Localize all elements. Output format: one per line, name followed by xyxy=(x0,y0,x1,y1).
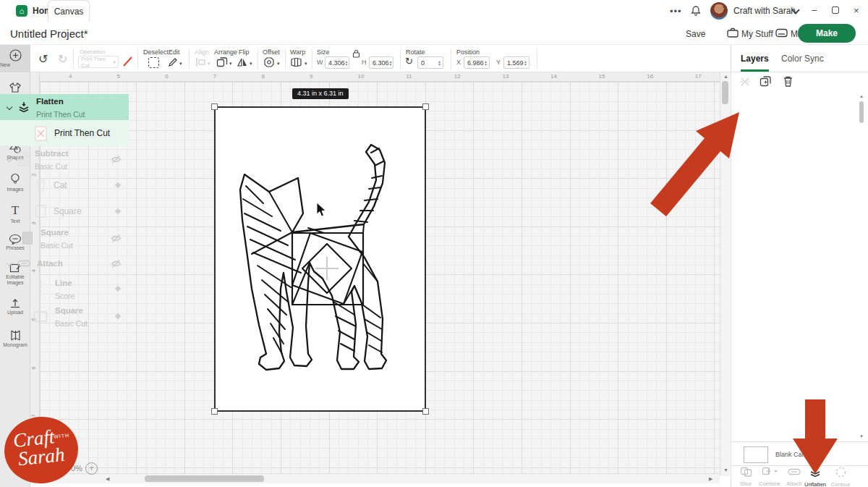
pen-color-swatch-icon[interactable] xyxy=(122,56,133,67)
operation-dropdown[interactable]: Print Then Cut ▾ xyxy=(78,56,119,68)
layer-status-diamond-icon xyxy=(115,182,121,188)
horizontal-scroll-thumb[interactable] xyxy=(145,475,264,482)
expand-chevron-icon[interactable] xyxy=(7,104,12,110)
panel-scroll-up-icon[interactable]: ▲ xyxy=(859,94,864,98)
height-stepper[interactable]: ▲▼ xyxy=(389,60,393,66)
sidebar-item-new[interactable]: New xyxy=(0,45,30,72)
tab-color-sync[interactable]: Color Sync xyxy=(781,54,824,64)
tab-layers[interactable]: Layers xyxy=(741,54,769,72)
action-label: Contour xyxy=(829,481,852,487)
attach-button[interactable]: Attach xyxy=(783,467,806,487)
make-button[interactable]: Make xyxy=(798,24,856,43)
expand-chevron-icon[interactable] xyxy=(7,156,12,162)
selection-handle-top-right[interactable] xyxy=(422,103,429,110)
unflatten-button[interactable]: Unflatten xyxy=(804,467,827,487)
scroll-down-icon[interactable]: ▼ xyxy=(723,467,728,473)
layer-row-subtract[interactable]: Subtract Basic Cut xyxy=(0,146,129,172)
position-y-input[interactable]: 1.569 ▲▼ xyxy=(503,56,529,69)
rotate-input[interactable]: 0 ▲▼ xyxy=(417,56,443,69)
save-button[interactable]: Save xyxy=(686,29,705,39)
visibility-off-icon[interactable] xyxy=(111,233,122,244)
cat-design[interactable] xyxy=(216,108,425,410)
canvas-vertical-scrollbar[interactable]: ▲ ▼ xyxy=(720,72,730,476)
arrange-icon[interactable] xyxy=(216,56,228,68)
layer-name: Cat xyxy=(54,180,67,190)
blank-canvas-swatch[interactable] xyxy=(744,446,768,463)
edit-pencil-icon[interactable] xyxy=(167,56,179,68)
flip-icon[interactable] xyxy=(237,56,248,68)
operation-value: Print Then Cut xyxy=(81,56,111,69)
window-close-button[interactable]: × xyxy=(854,5,859,16)
window-maximize-button[interactable] xyxy=(832,7,839,14)
warp-icon[interactable] xyxy=(290,57,302,67)
width-input[interactable]: 4.306 ▲▼ xyxy=(325,56,349,69)
layer-row-square-child[interactable]: Square xyxy=(0,198,129,224)
selected-artboard[interactable] xyxy=(214,106,426,412)
account-name[interactable]: Craft with Sarah xyxy=(733,6,796,16)
position-y-stepper[interactable]: ▲▼ xyxy=(524,60,527,66)
canvas-horizontal-scrollbar[interactable]: ◀ ▶ xyxy=(30,473,720,483)
window-minimize-button[interactable]: – xyxy=(812,4,817,15)
undo-icon[interactable]: ↺ xyxy=(38,52,48,66)
selection-handle-top-left[interactable] xyxy=(211,103,218,110)
align-icon[interactable] xyxy=(195,57,205,67)
position-x-stepper[interactable]: ▲▼ xyxy=(484,60,488,66)
contour-button[interactable]: Contour xyxy=(829,467,852,487)
operation-caret-icon: ▾ xyxy=(113,59,116,65)
layer-row-print-then-cut[interactable]: Print Then Cut xyxy=(0,120,129,146)
sidebar-item-monogram[interactable]: Monogram xyxy=(0,329,30,348)
tab-canvas[interactable]: Canvas xyxy=(48,0,90,22)
operation-label: Operation xyxy=(80,48,105,55)
panel-scroll-down-icon[interactable]: ▼ xyxy=(859,434,864,439)
offset-icon[interactable] xyxy=(263,56,275,68)
layer-row-line-score[interactable]: Line Score xyxy=(0,275,129,302)
rotate-icon[interactable]: ↻ xyxy=(405,56,413,67)
selection-handle-bottom-right[interactable] xyxy=(422,408,429,415)
size-lock-icon[interactable] xyxy=(352,49,360,58)
deselect-label: Deselect xyxy=(143,48,169,56)
width-value: 4.306 xyxy=(328,59,345,67)
visibility-off-icon[interactable] xyxy=(111,154,122,165)
scroll-up-icon[interactable]: ▲ xyxy=(723,74,728,79)
layer-row-square-basic-cut[interactable]: Square Basic Cut xyxy=(0,224,129,252)
slice-button[interactable]: Slice xyxy=(734,467,757,487)
width-stepper[interactable]: ▲▼ xyxy=(345,60,349,66)
layer-row-attach[interactable]: Attach xyxy=(0,252,129,275)
scroll-left-icon[interactable]: ◀ xyxy=(106,476,109,482)
panel-scrollbar[interactable]: ▲ ▼ xyxy=(859,94,865,440)
redo-icon[interactable]: ↻ xyxy=(58,52,67,66)
duplicate-icon[interactable] xyxy=(760,75,772,88)
selection-handle-bottom-left[interactable] xyxy=(211,408,218,415)
ungroup-icon[interactable] xyxy=(739,76,751,88)
delete-trash-icon[interactable] xyxy=(783,75,793,88)
layer-status-diamond-icon xyxy=(115,208,121,214)
ruler-number: 9 xyxy=(310,73,312,80)
rotate-stepper[interactable]: ▲▼ xyxy=(438,60,441,66)
zoom-in-button[interactable]: + xyxy=(85,462,98,475)
layer-operation: Basic Cut xyxy=(55,319,88,328)
height-axis-label: H xyxy=(362,59,367,66)
height-input[interactable]: 6.306 ▲▼ xyxy=(369,56,393,69)
overflow-menu-icon[interactable]: ••• xyxy=(670,6,682,17)
rotate-label: Rotate xyxy=(406,48,425,56)
ruler-number: 10 xyxy=(358,73,365,80)
panel-scroll-thumb[interactable] xyxy=(859,101,864,123)
combine-button[interactable]: Combine xyxy=(758,467,781,487)
layer-row-flatten[interactable]: Flatten Print Then Cut xyxy=(0,94,129,120)
offset-caret-icon: ▾ xyxy=(277,61,280,67)
layer-row-square-basic-cut-2[interactable]: Square Basic Cut xyxy=(0,302,129,330)
ruler-number: 6 xyxy=(30,366,37,369)
ruler-number: 11 xyxy=(406,73,412,80)
scroll-right-icon[interactable]: ▶ xyxy=(709,476,712,482)
notifications-bell-icon[interactable] xyxy=(690,5,702,17)
y-axis-label: Y xyxy=(496,59,501,66)
edit-label: Edit xyxy=(169,48,180,56)
account-avatar[interactable] xyxy=(710,2,728,20)
layer-row-cat[interactable]: Cat xyxy=(0,172,129,198)
visibility-off-icon[interactable] xyxy=(111,258,122,269)
vertical-scroll-thumb[interactable] xyxy=(722,81,728,104)
expand-chevron-icon[interactable] xyxy=(7,261,12,266)
deselect-icon[interactable] xyxy=(148,57,159,68)
position-x-input[interactable]: 6.986 ▲▼ xyxy=(464,56,490,69)
my-stuff-button[interactable]: My Stuff xyxy=(741,29,773,39)
